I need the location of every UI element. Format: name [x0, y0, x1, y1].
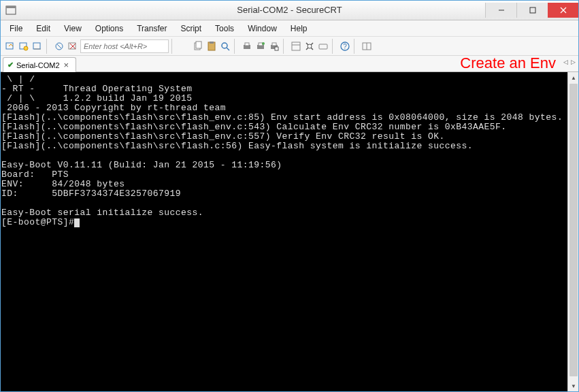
scrollbar[interactable]: ▲ ▼ — [567, 72, 579, 392]
menu-window[interactable]: Window — [241, 22, 284, 35]
connect-icon[interactable] — [4, 40, 16, 52]
svg-rect-18 — [210, 42, 214, 44]
toolbar-separator — [171, 39, 176, 54]
menu-options[interactable]: Options — [88, 22, 130, 35]
tab-next-icon[interactable]: ▷ — [569, 59, 576, 65]
connected-check-icon: ✔ — [7, 61, 14, 69]
toolbar-separator — [46, 39, 50, 54]
host-input[interactable] — [80, 39, 169, 53]
svg-rect-9 — [33, 43, 40, 49]
terminal[interactable]: \ | / - RT - Thread Operating System / |… — [0, 72, 567, 392]
menu-edit[interactable]: Edit — [29, 22, 57, 35]
close-button[interactable] — [548, 3, 579, 18]
disconnect-icon[interactable] — [53, 40, 65, 52]
tab-label: Serial-COM2 — [16, 61, 60, 69]
quickconnect-icon[interactable] — [18, 40, 30, 52]
menu-view[interactable]: View — [57, 22, 88, 35]
minimize-button[interactable] — [485, 3, 516, 18]
svg-rect-27 — [272, 43, 276, 46]
svg-line-20 — [227, 48, 229, 50]
toolbar-separator — [354, 39, 358, 54]
svg-rect-29 — [292, 42, 300, 50]
svg-point-8 — [24, 46, 28, 50]
find-icon[interactable] — [219, 40, 231, 52]
terminal-area: \ | / - RT - Thread Operating System / |… — [0, 72, 579, 392]
window-controls — [485, 3, 579, 18]
toolbar-separator — [234, 39, 238, 54]
svg-rect-28 — [275, 47, 278, 50]
toolbar: ? — [0, 37, 579, 56]
scroll-thumb[interactable] — [569, 84, 578, 376]
svg-text:?: ? — [343, 43, 347, 50]
menu-file[interactable]: File — [3, 22, 29, 35]
menu-transfer[interactable]: Transfer — [130, 22, 173, 35]
svg-point-33 — [308, 44, 312, 48]
paste-icon[interactable] — [205, 40, 218, 52]
toggle-panel-icon[interactable] — [361, 40, 373, 52]
app-icon — [5, 5, 16, 16]
menubar: File Edit View Options Transfer Script T… — [0, 20, 579, 37]
scroll-down-icon[interactable]: ▼ — [568, 380, 579, 392]
titlebar: Serial-COM2 - SecureCRT — [0, 0, 579, 20]
print-selection-icon[interactable] — [268, 40, 280, 52]
annotation-text: Create an Env — [460, 54, 556, 72]
menu-script[interactable]: Script — [173, 22, 208, 35]
toolbar-separator — [332, 39, 336, 54]
maximize-button[interactable] — [516, 3, 548, 18]
svg-rect-22 — [245, 43, 249, 46]
tab-close-icon[interactable]: × — [63, 60, 71, 70]
menu-tools[interactable]: Tools — [208, 22, 241, 35]
tab-nav: ◁ ▷ — [562, 59, 576, 65]
svg-rect-1 — [6, 6, 16, 8]
svg-rect-34 — [319, 44, 327, 49]
copy-icon[interactable] — [192, 40, 204, 52]
print-screen-icon[interactable] — [254, 40, 267, 52]
print-icon[interactable] — [241, 40, 253, 52]
svg-line-11 — [57, 44, 61, 48]
toolbar-separator — [283, 39, 287, 54]
reconnect-icon[interactable] — [31, 40, 44, 52]
svg-rect-3 — [530, 7, 535, 13]
svg-rect-16 — [196, 42, 201, 48]
reconnect-all-icon[interactable] — [67, 40, 79, 52]
svg-point-25 — [262, 42, 265, 45]
help-icon[interactable]: ? — [339, 40, 351, 52]
tabstrip: ✔ Serial-COM2 × Create an Env ◁ ▷ — [0, 56, 579, 72]
keymap-icon[interactable] — [317, 40, 329, 52]
session-options-icon[interactable] — [290, 40, 302, 52]
tab-serial-com2[interactable]: ✔ Serial-COM2 × — [3, 57, 76, 72]
tab-prev-icon[interactable]: ◁ — [562, 59, 569, 65]
global-options-icon[interactable] — [303, 40, 316, 52]
svg-point-19 — [222, 43, 227, 48]
menu-help[interactable]: Help — [284, 22, 314, 35]
scroll-up-icon[interactable]: ▲ — [568, 72, 579, 84]
